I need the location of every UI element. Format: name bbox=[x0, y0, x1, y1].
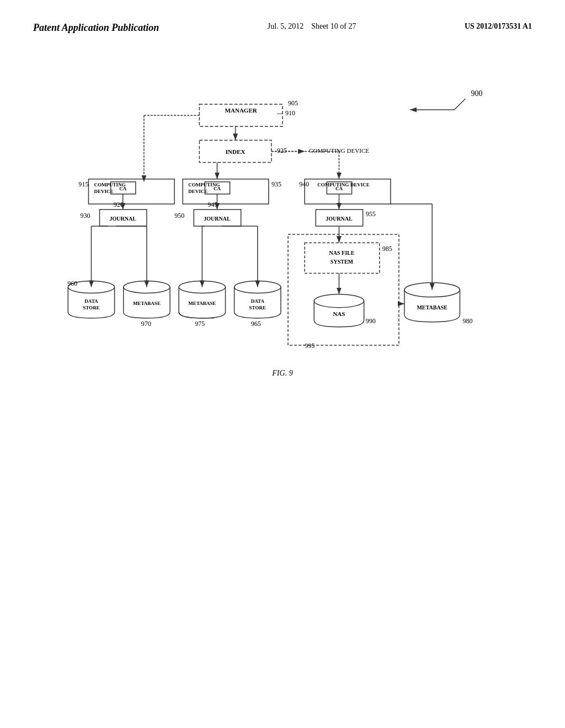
header-date: Jul. 5, 2012 bbox=[268, 22, 303, 30]
header: Patent Application Publication Jul. 5, 2… bbox=[33, 22, 532, 34]
ref-960: 960 bbox=[67, 280, 77, 288]
journal3-label: JOURNAL bbox=[326, 216, 353, 222]
svg-point-26 bbox=[314, 295, 364, 308]
ref-940: 940 bbox=[299, 180, 309, 188]
ref-990: 990 bbox=[366, 317, 376, 325]
ref-945: 945 bbox=[207, 201, 217, 208]
ref-920: 920 bbox=[114, 201, 124, 208]
data-store-left-line1: DATA bbox=[84, 298, 98, 304]
header-center: Jul. 5, 2012 Sheet 10 of 27 bbox=[268, 22, 356, 31]
ref-925: 925 bbox=[277, 147, 287, 154]
svg-rect-24 bbox=[305, 243, 380, 273]
ref-950: 950 bbox=[174, 212, 184, 220]
ref-930: 930 bbox=[80, 212, 90, 220]
ref-980: 980 bbox=[462, 317, 472, 325]
ref-965: 965 bbox=[251, 320, 261, 328]
nas-label: NAS bbox=[333, 311, 345, 317]
metabase-mid-label: METABASE bbox=[188, 301, 216, 306]
ca3-label: CA bbox=[335, 186, 343, 191]
diagram-svg: 900 MANAGER 905 910 INDEX 925 COMPUTING … bbox=[33, 45, 532, 651]
header-right: US 2012/0173531 A1 bbox=[465, 22, 532, 31]
ref-905: 905 bbox=[288, 99, 298, 107]
manager-label: MANAGER bbox=[225, 107, 258, 114]
data-store-right-line2: STORE bbox=[249, 305, 266, 311]
ref-900: 900 bbox=[471, 89, 483, 98]
data-store-right-line1: DATA bbox=[251, 298, 265, 304]
diagram-area: 900 MANAGER 905 910 INDEX 925 COMPUTING … bbox=[33, 45, 532, 651]
ref-955: 955 bbox=[366, 210, 376, 218]
data-store-left-line2: STORE bbox=[83, 305, 99, 311]
index-label: INDEX bbox=[226, 148, 246, 155]
journal1-label: JOURNAL bbox=[109, 216, 136, 222]
ca1-label: CA bbox=[119, 186, 127, 191]
ref-915: 915 bbox=[78, 180, 88, 188]
page: Patent Application Publication Jul. 5, 2… bbox=[0, 0, 565, 728]
ref-985: 985 bbox=[382, 245, 392, 253]
metabase-left-label: METABASE bbox=[133, 301, 161, 306]
nas-fs-line1: NAS FILE bbox=[329, 250, 354, 256]
ref-975: 975 bbox=[195, 320, 205, 328]
ref-935: 935 bbox=[271, 180, 281, 188]
ref-970: 970 bbox=[141, 320, 151, 328]
header-sheet: Sheet 10 of 27 bbox=[311, 22, 356, 30]
metabase-right-label: METABASE bbox=[417, 304, 447, 311]
ca2-label: CA bbox=[214, 186, 221, 191]
nas-fs-line2: SYSTEM bbox=[331, 259, 354, 265]
ref-910: 910 bbox=[285, 109, 295, 117]
header-left: Patent Application Publication bbox=[33, 22, 159, 34]
fig-label: FIG. 9 bbox=[271, 368, 292, 377]
journal2-label: JOURNAL bbox=[204, 216, 231, 222]
computing-device-right-line1: COMPUTING DEVICE bbox=[317, 182, 370, 188]
ref-995: 995 bbox=[305, 342, 315, 350]
